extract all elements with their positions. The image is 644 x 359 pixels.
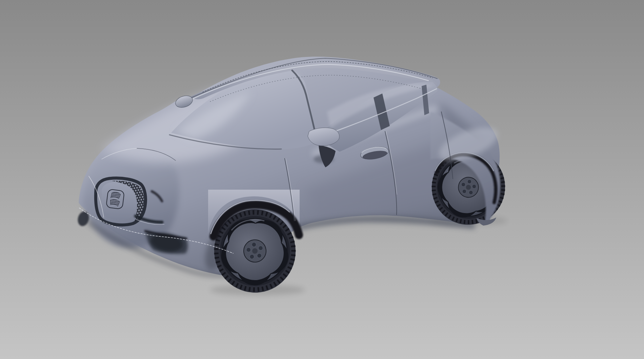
- side-mirror: [308, 128, 339, 146]
- render-stage: Silver-gray concept hatchback car render…: [0, 0, 644, 359]
- viewport-3d[interactable]: Silver-gray concept hatchback car render…: [0, 0, 644, 359]
